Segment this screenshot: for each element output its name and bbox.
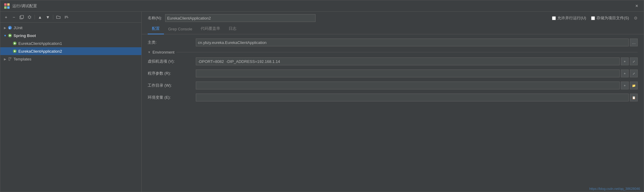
config-header: 名称(N): 允许并行运行(U) 存储为项目文件(S) ⚙ (142, 12, 644, 22)
tree-item-app1[interactable]: ▶ EurekaClientApplication1 (0, 39, 141, 47)
expand-arrow-app2: ▶ (8, 49, 12, 54)
tree-toolbar: + − ▲ ▼ (0, 12, 141, 23)
program-args-fullscreen-button[interactable]: ⤢ (630, 70, 638, 77)
tab-grep[interactable]: Grep Console (164, 25, 196, 34)
vm-options-input-wrap: + ⤢ (196, 57, 638, 65)
vm-options-row: 虚拟机选项 (V): + ⤢ (148, 57, 638, 66)
title-bar: 运行/调试配置 × (0, 0, 644, 12)
svg-rect-1 (7, 3, 10, 6)
name-row: 名称(N): (148, 14, 547, 22)
form-area: 主类: … ▼ Environment 虚拟机选项 (V): (142, 34, 644, 192)
vm-options-label: 虚拟机选项 (V): (148, 59, 196, 64)
tree-item-app2[interactable]: ▶ EurekaClientApplication2 (0, 47, 141, 55)
tab-coverage[interactable]: 代码覆盖率 (196, 24, 224, 34)
env-vars-browse-button[interactable]: 📋 (630, 94, 638, 101)
working-dir-input[interactable] (196, 82, 620, 89)
name-label: 名称(N): (148, 15, 162, 21)
name-input[interactable] (165, 14, 316, 22)
allow-parallel-label: 允许并行运行(U) (557, 15, 586, 21)
working-dir-expand-button[interactable]: + (621, 82, 629, 89)
templates-icon (8, 57, 12, 61)
tree-item-templates-label: Templates (14, 57, 31, 61)
options-gear-icon[interactable]: ⚙ (634, 16, 638, 20)
vm-options-fullscreen-button[interactable]: ⤢ (630, 57, 638, 65)
right-options: 允许并行运行(U) 存储为项目文件(S) ⚙ (552, 15, 638, 21)
tree-item-app2-label: EurekaClientApplication2 (18, 49, 62, 54)
svg-rect-0 (4, 3, 7, 6)
save-to-file-checkbox-label[interactable]: 存储为项目文件(S) (591, 15, 629, 21)
section-divider (176, 52, 638, 52)
tab-config[interactable]: 配置 (148, 24, 164, 34)
main-class-input-wrap: … (196, 39, 638, 46)
svg-rect-2 (4, 6, 7, 9)
env-vars-input-wrap: 📋 (196, 94, 638, 101)
allow-parallel-checkbox-label[interactable]: 允许并行运行(U) (552, 15, 586, 21)
copy-button[interactable] (18, 14, 25, 20)
svg-rect-3 (7, 6, 10, 9)
close-button[interactable]: × (633, 3, 640, 9)
env-vars-row: 环境变量 (E): 📋 (148, 93, 638, 102)
program-args-input-wrap: + ⤢ (196, 70, 638, 77)
config-tree: ▶ J JUnit ▼ (0, 23, 141, 192)
program-args-input[interactable] (196, 70, 620, 77)
tree-item-junit[interactable]: ▶ J JUnit (0, 24, 141, 32)
tree-item-springboot-label: Spring Boot (14, 33, 36, 38)
toolbar-separator-2 (53, 15, 53, 20)
main-class-browse-button[interactable]: … (630, 39, 638, 46)
expand-arrow-templates: ▶ (3, 57, 8, 61)
settings-button[interactable] (26, 14, 33, 20)
junit-icon: J (8, 25, 12, 30)
allow-parallel-checkbox[interactable] (552, 16, 556, 20)
program-args-row: 程序参数 (R): + ⤢ (148, 69, 638, 78)
move-up-button[interactable]: ▲ (37, 14, 43, 20)
environment-section-title: Environment (153, 50, 174, 54)
tree-item-junit-label: JUnit (14, 26, 23, 30)
environment-section-header: ▼ Environment (148, 50, 638, 54)
program-args-expand-button[interactable]: + (621, 70, 629, 77)
svg-text:J: J (9, 27, 10, 29)
working-dir-label: 工作目录 (W): (148, 83, 196, 88)
expand-arrow-junit: ▶ (3, 25, 8, 30)
dialog-title: 运行/调试配置 (12, 3, 633, 9)
program-args-label: 程序参数 (R): (148, 71, 196, 76)
env-vars-label: 环境变量 (E): (148, 95, 196, 100)
main-class-label: 主类: (148, 40, 196, 45)
toolbar-separator-1 (35, 15, 35, 20)
environment-expand-arrow[interactable]: ▼ (148, 51, 151, 54)
working-dir-row: 工作目录 (W): + 📁 (148, 81, 638, 90)
env-vars-input[interactable] (196, 94, 629, 101)
tree-item-templates[interactable]: ▶ Templates (0, 55, 141, 63)
svg-rect-5 (21, 15, 23, 18)
open-folder-button[interactable] (55, 14, 62, 20)
save-to-file-label: 存储为项目文件(S) (596, 15, 629, 21)
tab-log[interactable]: 日志 (224, 24, 241, 34)
app1-icon (12, 41, 17, 46)
tabs-bar: 配置 Grep Console 代码覆盖率 日志 (142, 22, 644, 34)
watermark: https://blog.csdn.net/qq_38628046 (589, 187, 640, 190)
vm-options-expand-button[interactable]: + (621, 57, 629, 65)
sort-button[interactable] (63, 14, 69, 20)
remove-button[interactable]: − (11, 14, 17, 20)
add-button[interactable]: + (3, 14, 9, 20)
right-panel: 名称(N): 允许并行运行(U) 存储为项目文件(S) ⚙ (142, 12, 644, 192)
main-class-input[interactable] (196, 39, 629, 46)
vm-options-input[interactable] (196, 57, 620, 65)
springboot-icon (8, 33, 12, 38)
expand-arrow-app1: ▶ (8, 41, 12, 46)
left-panel: + − ▲ ▼ (0, 12, 142, 192)
working-dir-browse-button[interactable]: 📁 (630, 82, 638, 89)
working-dir-input-wrap: + 📁 (196, 82, 638, 89)
move-down-button[interactable]: ▼ (45, 14, 51, 20)
tree-item-springboot[interactable]: ▼ Spring Boot (0, 32, 141, 39)
tree-item-app1-label: EurekaClientApplication1 (18, 41, 62, 46)
app2-icon (12, 49, 17, 54)
save-to-file-checkbox[interactable] (591, 16, 595, 20)
main-class-row: 主类: … (148, 38, 638, 47)
run-debug-icon (4, 3, 10, 9)
expand-arrow-springboot: ▼ (3, 33, 8, 38)
